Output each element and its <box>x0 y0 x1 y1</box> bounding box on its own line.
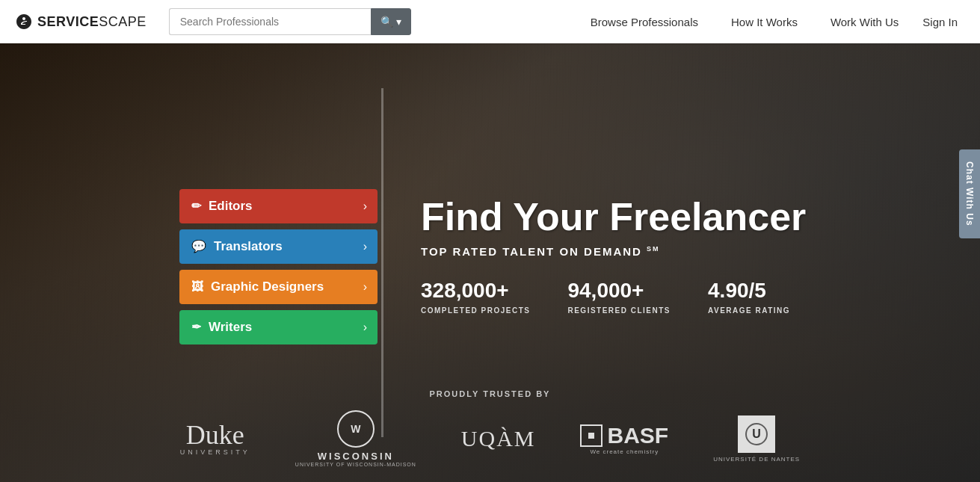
writers-label: Writers <box>209 320 252 335</box>
stat-average-rating: 4.90/5 AVERAGE RATING <box>708 279 790 316</box>
logo-text: SERVICESCAPE <box>37 14 147 30</box>
header: SERVICESCAPE 🔍 ▾ Browse Professionals Ho… <box>0 0 980 43</box>
translators-label: Translators <box>214 239 283 254</box>
stat-rating-label: AVERAGE RATING <box>708 306 790 315</box>
trust-logo-nantes: U UNIVERSITÉ DE NANTES <box>713 415 800 463</box>
trusted-section: PROUDLY TRUSTED BY Duke UNIVERSITY W WIS… <box>0 389 980 482</box>
search-icon: 🔍 <box>380 16 393 28</box>
stat-rating-number: 4.90/5 <box>708 279 790 303</box>
search-dropdown-arrow: ▾ <box>396 16 401 28</box>
translators-arrow: › <box>363 240 367 253</box>
writers-arrow: › <box>363 321 367 334</box>
stat-completed-label: COMPLETED PROJECTS <box>421 306 530 315</box>
duke-sub: UNIVERSITY <box>180 448 250 456</box>
nantes-name: UNIVERSITÉ DE NANTES <box>713 456 800 463</box>
basf-logo-mark: BASF <box>580 423 668 448</box>
wisconsin-emblem: W <box>337 410 375 448</box>
search-container: 🔍 ▾ <box>169 8 411 35</box>
uqam-name: UQÀM <box>461 426 536 451</box>
category-translators[interactable]: 💬 Translators › <box>179 229 377 264</box>
wisconsin-name: WISCONSIN <box>318 451 394 462</box>
chat-button[interactable]: Chat With Us <box>959 149 980 238</box>
editors-arrow: › <box>363 200 367 213</box>
hero-subtitle: TOP RATED TALENT ON DEMAND SM <box>421 245 806 258</box>
nantes-box: U <box>738 415 775 453</box>
editors-label: Editors <box>209 199 253 214</box>
trust-logo-wisconsin: W WISCONSIN UNIVERSITY OF WISCONSIN-MADI… <box>295 410 416 467</box>
category-writers[interactable]: ✒ Writers › <box>179 310 377 344</box>
trust-logo-basf: BASF We create chemistry <box>580 423 668 455</box>
writers-icon: ✒ <box>191 320 201 334</box>
basf-name: BASF <box>607 423 668 448</box>
logo-icon <box>15 13 33 31</box>
basf-square-icon <box>580 424 603 447</box>
logo[interactable]: SERVICESCAPE <box>15 13 147 31</box>
nav-browse[interactable]: Browse Professionals <box>574 16 715 28</box>
category-graphic-designers[interactable]: 🖼 Graphic Designers › <box>179 270 377 304</box>
translators-icon: 💬 <box>191 239 206 253</box>
search-button[interactable]: 🔍 ▾ <box>371 8 411 35</box>
chat-btn-label: Chat With Us <box>964 161 975 226</box>
nav-how-it-works[interactable]: How It Works <box>715 16 814 28</box>
stat-completed-number: 328,000+ <box>421 279 530 303</box>
duke-name: Duke <box>180 421 250 448</box>
hero-section: ✏ Editors › 💬 Translators › 🖼 Graphic De… <box>0 43 980 482</box>
nantes-inner: U <box>745 423 768 445</box>
basf-inner-square <box>588 433 594 439</box>
stats-row: 328,000+ COMPLETED PROJECTS 94,000+ REGI… <box>421 279 806 316</box>
stat-registered-clients: 94,000+ REGISTERED CLIENTS <box>567 279 671 316</box>
trust-logo-duke: Duke UNIVERSITY <box>180 421 250 456</box>
stat-clients-label: REGISTERED CLIENTS <box>567 306 671 315</box>
wisconsin-sub: UNIVERSITY OF WISCONSIN-MADISON <box>295 462 416 467</box>
stat-completed-projects: 328,000+ COMPLETED PROJECTS <box>421 279 530 316</box>
stat-clients-number: 94,000+ <box>567 279 671 303</box>
nav-work-with-us[interactable]: Work With Us <box>814 16 915 28</box>
trusted-label: PROUDLY TRUSTED BY <box>0 389 980 398</box>
category-editors[interactable]: ✏ Editors › <box>179 189 377 223</box>
basf-sub: We create chemistry <box>590 448 659 455</box>
graphic-designers-icon: 🖼 <box>191 280 203 294</box>
search-input[interactable] <box>169 8 371 35</box>
editors-icon: ✏ <box>191 199 201 213</box>
hero-title: Find Your Freelancer <box>421 196 806 238</box>
trust-logo-uqam: UQÀM <box>461 426 536 451</box>
nav-links: Browse Professionals How It Works Work W… <box>574 16 965 28</box>
trusted-logos: Duke UNIVERSITY W WISCONSIN UNIVERSITY O… <box>0 410 980 467</box>
graphic-designers-label: Graphic Designers <box>211 279 324 294</box>
graphic-designers-arrow: › <box>363 280 367 294</box>
nav-sign-in[interactable]: Sign In <box>915 16 965 28</box>
